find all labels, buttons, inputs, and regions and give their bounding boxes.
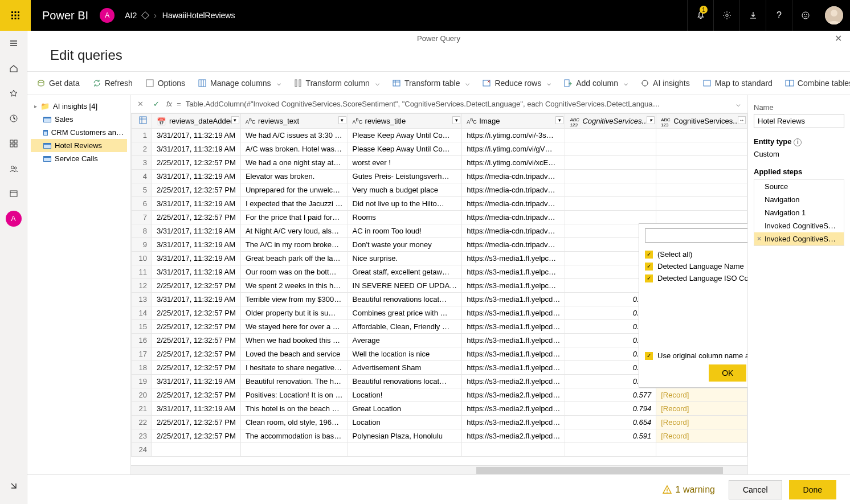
- applied-step[interactable]: Invoked CognitiveSer…: [754, 219, 844, 232]
- checkbox-option-2[interactable]: ✓Detected Language ISO Code: [645, 272, 747, 284]
- applied-step[interactable]: Source: [754, 180, 844, 193]
- svg-rect-8: [18, 18, 19, 19]
- footer-cancel-button[interactable]: Cancel: [729, 480, 782, 499]
- col-header-cs2[interactable]: ABC123CognitiveServices.…↔: [656, 114, 747, 129]
- nav-menu-toggle[interactable]: [0, 31, 27, 56]
- transform-table-button[interactable]: Transform table: [391, 76, 471, 90]
- star-icon: [9, 89, 18, 98]
- table-row[interactable]: 222/25/2017, 12:32:57 PMClean room, old …: [132, 416, 747, 429]
- popup-search-input[interactable]: [645, 228, 747, 243]
- ai-insights-button[interactable]: AI insights: [639, 76, 691, 90]
- options-button[interactable]: Options: [144, 76, 186, 90]
- workspace-name[interactable]: AI2: [125, 11, 137, 20]
- nav-shared[interactable]: [0, 156, 27, 181]
- reduce-rows-button[interactable]: Reduce rows: [481, 76, 552, 90]
- transform-column-button[interactable]: Transform column: [292, 76, 381, 90]
- breadcrumb-dataset[interactable]: HawaiiHotelReviews: [162, 11, 235, 20]
- cell-text: We had a one night stay at…: [240, 156, 348, 170]
- add-column-button[interactable]: Add column: [562, 76, 629, 90]
- filter-icon[interactable]: ▾: [647, 116, 655, 124]
- row-num-header[interactable]: [132, 114, 152, 129]
- select-all-checkbox[interactable]: ✓(Select all): [645, 248, 747, 260]
- filter-icon[interactable]: ▾: [452, 116, 460, 124]
- nav-recent[interactable]: [0, 106, 27, 131]
- queries-folder[interactable]: ▸ 📁 AI insights [4]: [31, 100, 127, 113]
- applied-step[interactable]: Navigation: [754, 193, 844, 206]
- col-header-image[interactable]: ABCImage▾: [462, 114, 565, 129]
- table-row[interactable]: 213/31/2017, 11:32:19 AMThis hotel is on…: [132, 402, 747, 416]
- equals-icon: =: [177, 100, 181, 108]
- formula-cancel[interactable]: ✕: [134, 100, 146, 108]
- horizontal-scrollbar[interactable]: [131, 465, 747, 474]
- delete-step-icon[interactable]: ✕: [757, 235, 762, 243]
- cell-date: 2/25/2017, 12:32:57 PM: [152, 347, 241, 361]
- help-button[interactable]: ?: [766, 0, 792, 31]
- table-row[interactable]: 24: [132, 443, 747, 457]
- combine-tables-button[interactable]: Combine tables: [784, 76, 850, 90]
- applied-step[interactable]: Navigation 1: [754, 206, 844, 219]
- query-item[interactable]: Sales: [31, 113, 127, 126]
- download-button[interactable]: [739, 0, 766, 31]
- user-avatar[interactable]: [825, 6, 843, 24]
- nav-favorites[interactable]: [0, 81, 27, 106]
- svg-rect-6: [11, 18, 13, 19]
- app-launcher[interactable]: [0, 0, 31, 31]
- settings-button[interactable]: [713, 0, 739, 31]
- popup-ok-button[interactable]: OK: [709, 364, 746, 382]
- cell-date: 2/25/2017, 12:32:57 PM: [152, 320, 241, 334]
- cell-date: 2/25/2017, 12:32:57 PM: [152, 211, 241, 224]
- nav-workspaces[interactable]: [0, 181, 27, 206]
- table-row[interactable]: 23/31/2017, 11:32:19 AMA/C was broken. H…: [132, 142, 747, 156]
- map-standard-button[interactable]: Map to standard: [701, 76, 774, 90]
- table-row[interactable]: 52/25/2017, 12:32:57 PMUnprepared for th…: [132, 183, 747, 197]
- query-item[interactable]: CRM Customers an…: [31, 126, 127, 139]
- table-row[interactable]: 202/25/2017, 12:32:57 PMPositives: Locat…: [132, 388, 747, 402]
- formula-expand[interactable]: ⌵: [733, 100, 744, 108]
- nav-apps[interactable]: [0, 131, 27, 156]
- manage-columns-button[interactable]: Manage columns: [197, 76, 282, 90]
- expand-column-icon[interactable]: ↔: [738, 116, 746, 124]
- cell-text: Elevator was broken.: [240, 170, 348, 183]
- query-name-input[interactable]: [754, 114, 844, 128]
- cell-title: Location: [348, 416, 462, 429]
- hamburger-icon: [9, 39, 18, 48]
- workspace-badge[interactable]: A: [100, 8, 115, 23]
- cell-cs1: 0.591: [565, 429, 656, 443]
- row-number: 4: [132, 170, 152, 183]
- feedback-button[interactable]: [792, 0, 818, 31]
- applied-step[interactable]: ✕Invoked CognitiveSer…: [754, 232, 844, 245]
- table-row[interactable]: 43/31/2017, 11:32:19 AMElevator was brok…: [132, 170, 747, 183]
- refresh-button[interactable]: Refresh: [91, 76, 134, 90]
- info-icon[interactable]: i: [794, 138, 802, 146]
- footer-done-button[interactable]: Done: [789, 480, 836, 499]
- get-data-button[interactable]: Get data: [35, 76, 81, 90]
- svg-point-30: [642, 80, 648, 86]
- filter-icon[interactable]: ▾: [338, 116, 346, 124]
- col-header-cs1[interactable]: ABC123CognitiveServices.…▾: [565, 114, 656, 129]
- table-row[interactable]: 13/31/2017, 11:32:19 AMWe had A/C issues…: [132, 129, 747, 142]
- checkbox-option-1[interactable]: ✓Detected Language Name: [645, 260, 747, 272]
- col-header-title[interactable]: ABCreviews_title▾: [348, 114, 462, 129]
- col-header-text[interactable]: ABCreviews_text▾: [240, 114, 348, 129]
- warning-indicator[interactable]: 1 warning: [662, 485, 715, 495]
- query-item[interactable]: Hotel Reviews: [31, 139, 127, 152]
- scroll-thumb[interactable]: [476, 467, 723, 474]
- filter-icon[interactable]: ▾: [231, 116, 239, 124]
- table-row[interactable]: 232/25/2017, 12:32:57 PMThe accommodatio…: [132, 429, 747, 443]
- table-row[interactable]: 63/31/2017, 11:32:19 AMI expected that t…: [132, 197, 747, 211]
- query-item[interactable]: Service Calls: [31, 152, 127, 165]
- page-title: Edit queries: [27, 43, 850, 71]
- close-button[interactable]: ✕: [835, 33, 842, 44]
- table-row[interactable]: 72/25/2017, 12:32:57 PMFor the price tha…: [132, 211, 747, 224]
- filter-icon[interactable]: ▾: [555, 116, 563, 124]
- nav-home[interactable]: [0, 56, 27, 81]
- table-row[interactable]: 32/25/2017, 12:32:57 PMWe had a one nigh…: [132, 156, 747, 170]
- nav-expand[interactable]: [0, 473, 27, 498]
- nav-current-workspace[interactable]: A: [6, 211, 22, 227]
- prefix-checkbox[interactable]: ✓Use original column name as prefix: [645, 351, 747, 360]
- notifications-button[interactable]: 1: [687, 0, 713, 31]
- formula-accept[interactable]: ✓: [150, 100, 162, 108]
- col-header-date[interactable]: 📅reviews_dateAdded▾: [152, 114, 241, 129]
- cell-image: https://s3-media1.fl.yelpcd…: [462, 320, 565, 334]
- formula-text[interactable]: Table.AddColumn(#"Invoked CognitiveServi…: [186, 100, 728, 108]
